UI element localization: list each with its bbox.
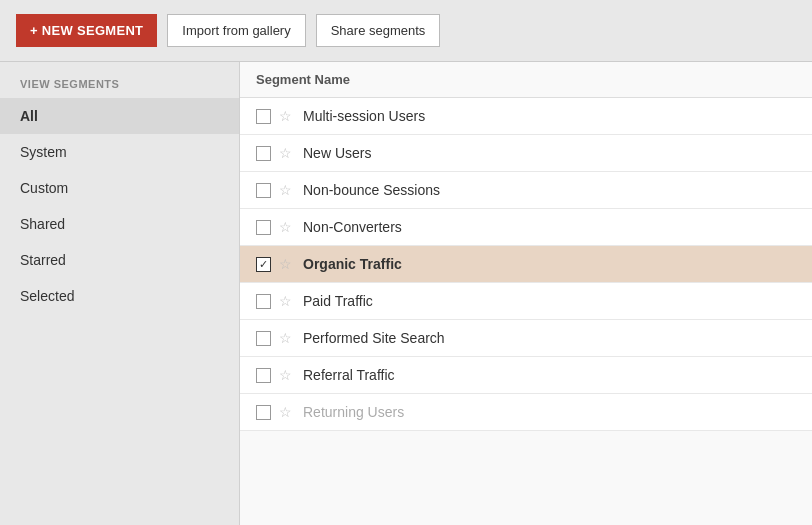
checkbox-organic-traffic[interactable]: ✓ [256, 257, 271, 272]
star-icon-organic-traffic[interactable]: ☆ [279, 256, 295, 272]
table-row[interactable]: ☆Non-bounce Sessions [240, 172, 812, 209]
sidebar-item-all[interactable]: All [0, 98, 239, 134]
star-icon-returning-users[interactable]: ☆ [279, 404, 295, 420]
checkbox-returning-users[interactable] [256, 405, 271, 420]
toolbar: + NEW SEGMENT Import from gallery Share … [0, 0, 812, 62]
segment-name-paid-traffic: Paid Traffic [303, 293, 373, 309]
table-row[interactable]: ☆Referral Traffic [240, 357, 812, 394]
table-row[interactable]: ☆New Users [240, 135, 812, 172]
segment-name-returning-users: Returning Users [303, 404, 404, 420]
star-icon-referral-traffic[interactable]: ☆ [279, 367, 295, 383]
checkbox-new-users[interactable] [256, 146, 271, 161]
import-from-gallery-button[interactable]: Import from gallery [167, 14, 305, 47]
star-icon-paid-traffic[interactable]: ☆ [279, 293, 295, 309]
segment-name-organic-traffic: Organic Traffic [303, 256, 402, 272]
table-row[interactable]: ☆Multi-session Users [240, 98, 812, 135]
star-icon-performed-site-search[interactable]: ☆ [279, 330, 295, 346]
table-row[interactable]: ✓☆Organic Traffic [240, 246, 812, 283]
table-row[interactable]: ☆Paid Traffic [240, 283, 812, 320]
sidebar-item-shared[interactable]: Shared [0, 206, 239, 242]
segment-name-referral-traffic: Referral Traffic [303, 367, 395, 383]
sidebar-item-selected[interactable]: Selected [0, 278, 239, 314]
table-area: Segment Name ☆Multi-session Users☆New Us… [240, 62, 812, 525]
checkbox-referral-traffic[interactable] [256, 368, 271, 383]
sidebar-item-custom[interactable]: Custom [0, 170, 239, 206]
sidebar-section-label: VIEW SEGMENTS [0, 78, 239, 98]
checkbox-non-bounce-sessions[interactable] [256, 183, 271, 198]
table-row[interactable]: ☆Non-Converters [240, 209, 812, 246]
sidebar: VIEW SEGMENTS AllSystemCustomSharedStarr… [0, 62, 240, 525]
star-icon-new-users[interactable]: ☆ [279, 145, 295, 161]
sidebar-item-starred[interactable]: Starred [0, 242, 239, 278]
table-row[interactable]: ☆Returning Users [240, 394, 812, 431]
checkbox-paid-traffic[interactable] [256, 294, 271, 309]
new-segment-button[interactable]: + NEW SEGMENT [16, 14, 157, 47]
star-icon-multi-session-users[interactable]: ☆ [279, 108, 295, 124]
table-column-header: Segment Name [240, 62, 812, 98]
share-segments-button[interactable]: Share segments [316, 14, 441, 47]
sidebar-item-system[interactable]: System [0, 134, 239, 170]
checkbox-performed-site-search[interactable] [256, 331, 271, 346]
checkbox-multi-session-users[interactable] [256, 109, 271, 124]
segment-name-non-bounce-sessions: Non-bounce Sessions [303, 182, 440, 198]
table-row[interactable]: ☆Performed Site Search [240, 320, 812, 357]
segment-name-non-converters: Non-Converters [303, 219, 402, 235]
star-icon-non-converters[interactable]: ☆ [279, 219, 295, 235]
star-icon-non-bounce-sessions[interactable]: ☆ [279, 182, 295, 198]
segment-name-performed-site-search: Performed Site Search [303, 330, 445, 346]
segment-name-new-users: New Users [303, 145, 371, 161]
main-content: VIEW SEGMENTS AllSystemCustomSharedStarr… [0, 62, 812, 525]
checkbox-non-converters[interactable] [256, 220, 271, 235]
segment-name-multi-session-users: Multi-session Users [303, 108, 425, 124]
